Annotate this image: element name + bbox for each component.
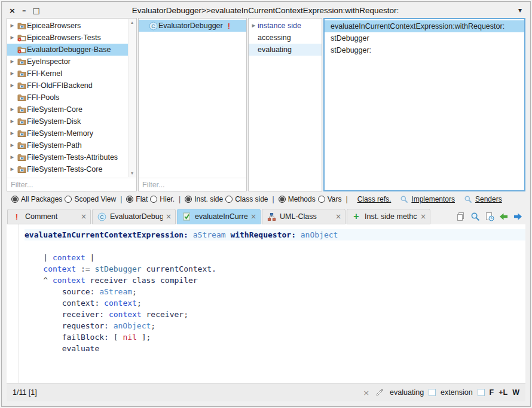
- expand-arrow-icon[interactable]: ▶: [8, 155, 16, 160]
- tab-evaluatordebug[interactable]: CEvaluatorDebug×: [92, 209, 176, 224]
- back-arrow-icon[interactable]: [499, 212, 509, 221]
- code-line: failBlock: [ nil ];: [25, 331, 525, 343]
- link-implementors[interactable]: Implementors: [399, 195, 455, 203]
- scroll-up-icon[interactable]: ▴: [131, 20, 133, 25]
- tab-actions: [455, 212, 525, 224]
- package-name: FileSystem-Path: [27, 141, 82, 150]
- flag-plus-l-button[interactable]: +L: [499, 388, 507, 397]
- protocol-item-evaluating[interactable]: evaluating: [249, 44, 322, 56]
- package-item-filesystem-tests-core[interactable]: ▶FileSystem-Tests-Core: [7, 163, 128, 175]
- tab-close-icon[interactable]: ×: [81, 212, 87, 221]
- exclamation-icon: !: [11, 213, 22, 221]
- method-item-evaluateincurrentcontextexpression-withrequestor[interactable]: evaluateInCurrentContextExpression:withR…: [325, 20, 524, 32]
- tab-evaluateincurre[interactable]: evaluateInCurre×: [177, 209, 261, 224]
- extension-checkbox[interactable]: [429, 389, 436, 396]
- dirty-package-icon: [16, 46, 27, 54]
- package-icon: [16, 58, 27, 66]
- radio-inst-side[interactable]: Inst. side: [185, 195, 223, 203]
- class-pane: CEvaluatorDebugger!: [138, 18, 247, 191]
- package-name: FFI-OldFFIBackend: [27, 81, 93, 90]
- tab-close-icon[interactable]: ×: [250, 212, 256, 221]
- package-item-filesystem-core[interactable]: ▶FileSystem-Core: [7, 103, 128, 115]
- expand-arrow-icon[interactable]: ▶: [8, 71, 16, 76]
- method-protocol-label: evaluating: [390, 388, 424, 397]
- close-window-icon[interactable]: ×: [9, 7, 16, 14]
- link-class-refs[interactable]: Class refs.: [357, 195, 392, 203]
- link-senders[interactable]: Senders: [463, 195, 502, 203]
- expand-arrow-icon[interactable]: ▶: [8, 143, 16, 148]
- format-checkbox[interactable]: [478, 389, 485, 396]
- package-item-filesystem-path[interactable]: ▶FileSystem-Path: [7, 139, 128, 151]
- forward-arrow-icon[interactable]: [513, 212, 523, 221]
- package-name: FileSystem-Disk: [27, 117, 81, 126]
- code-line: evaluateInCurrentContextExpression: aStr…: [25, 229, 525, 240]
- package-item-filesystem-memory[interactable]: ▶FileSystem-Memory: [7, 127, 128, 139]
- class-item-evaluatordebugger[interactable]: CEvaluatorDebugger!: [139, 20, 246, 32]
- tab-label: Inst. side methc: [365, 212, 417, 221]
- radio-icon: [225, 196, 233, 203]
- expand-arrow-icon[interactable]: ▶: [8, 167, 16, 172]
- tab-close-icon[interactable]: ×: [420, 212, 426, 221]
- radio-class-side[interactable]: Class side: [225, 195, 268, 203]
- search-icon[interactable]: [470, 212, 480, 221]
- package-item-filesystem-disk[interactable]: ▶FileSystem-Disk: [7, 115, 128, 127]
- expand-arrow-icon[interactable]: ▶: [8, 59, 16, 64]
- minimize-window-icon[interactable]: –: [22, 7, 26, 14]
- package-item-ffi-oldffibackend[interactable]: ▶FFI-OldFFIBackend: [7, 80, 128, 92]
- class-filter-input[interactable]: [139, 178, 246, 191]
- expand-arrow-icon[interactable]: ▶: [8, 131, 16, 136]
- radio-vars[interactable]: Vars: [318, 195, 342, 203]
- package-item-eyeinspector[interactable]: ▶EyeInspector: [7, 56, 128, 68]
- package-filter-input[interactable]: [7, 178, 136, 191]
- page-history-icon[interactable]: [484, 212, 494, 221]
- expand-arrow-icon[interactable]: ▶: [8, 83, 16, 88]
- class-list: CEvaluatorDebugger!: [139, 19, 246, 178]
- class-icon: C: [96, 212, 107, 221]
- radio-all-packages[interactable]: All Packages: [11, 195, 62, 203]
- package-item-evaluatordebugger-base[interactable]: EvaluatorDebugger-Base: [7, 44, 128, 56]
- radio-flat[interactable]: Flat: [126, 195, 148, 203]
- window-menu-arrow-icon[interactable]: ▾: [468, 6, 523, 14]
- expand-arrow-icon[interactable]: ▶: [8, 23, 16, 28]
- cursor-position-label: 1/11 [1]: [13, 388, 37, 397]
- package-name: FileSystem-Memory: [27, 129, 93, 138]
- code-editor[interactable]: evaluateInCurrentContextExpression: aStr…: [7, 224, 525, 383]
- package-item-epiceabrowsers-tests[interactable]: ▶EpiceaBrowsers-Tests: [7, 32, 128, 44]
- code-text[interactable]: evaluateInCurrentContextExpression: aStr…: [7, 224, 525, 354]
- radio-label: Hier.: [160, 195, 175, 203]
- expand-arrow-icon[interactable]: ▶: [250, 23, 258, 28]
- expand-arrow-icon[interactable]: ▶: [8, 107, 16, 112]
- scroll-down-icon[interactable]: ▾: [131, 171, 133, 176]
- radio-label: Inst. side: [194, 195, 223, 203]
- expand-arrow-icon[interactable]: ▶: [8, 35, 16, 40]
- tab-close-icon[interactable]: ×: [335, 212, 341, 221]
- dismiss-icon[interactable]: ×: [363, 388, 369, 397]
- package-item-filesystem-tests-attributes[interactable]: ▶FileSystem-Tests-Attributes: [7, 151, 128, 163]
- maximize-window-icon[interactable]: □: [32, 7, 39, 14]
- package-scrollbar[interactable]: ▴ ▾: [128, 19, 136, 177]
- package-name: FFI-Kernel: [27, 69, 62, 78]
- copy-page-icon[interactable]: [455, 212, 466, 221]
- uncommitted-badge-icon: !: [228, 22, 230, 31]
- protocol-item-accessing[interactable]: accessing: [249, 32, 322, 44]
- expand-arrow-icon[interactable]: ▶: [8, 119, 16, 124]
- method-item-stdebugger[interactable]: stDebugger: [325, 32, 524, 44]
- radio-scoped-view[interactable]: Scoped View: [65, 195, 116, 203]
- package-name: EyeInspector: [27, 57, 71, 66]
- dirty-package-icon: [16, 34, 27, 42]
- package-item-ffi-pools[interactable]: FFI-Pools: [7, 92, 128, 103]
- tab-close-icon[interactable]: ×: [166, 212, 172, 221]
- flag-w-button[interactable]: W: [512, 388, 519, 397]
- separator: |: [273, 195, 274, 203]
- method-item-stdebugger[interactable]: stDebugger:: [325, 44, 524, 56]
- package-item-epiceabrowsers[interactable]: ▶EpiceaBrowsers: [7, 20, 128, 32]
- tab-inst-side-methc[interactable]: +Inst. side methc×: [347, 209, 430, 224]
- tab-comment[interactable]: !Comment×: [7, 209, 91, 224]
- flag-f-button[interactable]: F: [490, 388, 494, 397]
- radio-methods[interactable]: Methods: [279, 195, 316, 203]
- tab-label: UML-Class: [280, 212, 332, 221]
- protocol-item-instance-side[interactable]: ▶instance side: [249, 20, 322, 32]
- tab-uml-class[interactable]: UML-Class×: [262, 209, 346, 224]
- radio-hier[interactable]: Hier.: [150, 195, 175, 203]
- package-item-ffi-kernel[interactable]: ▶FFI-Kernel: [7, 68, 128, 80]
